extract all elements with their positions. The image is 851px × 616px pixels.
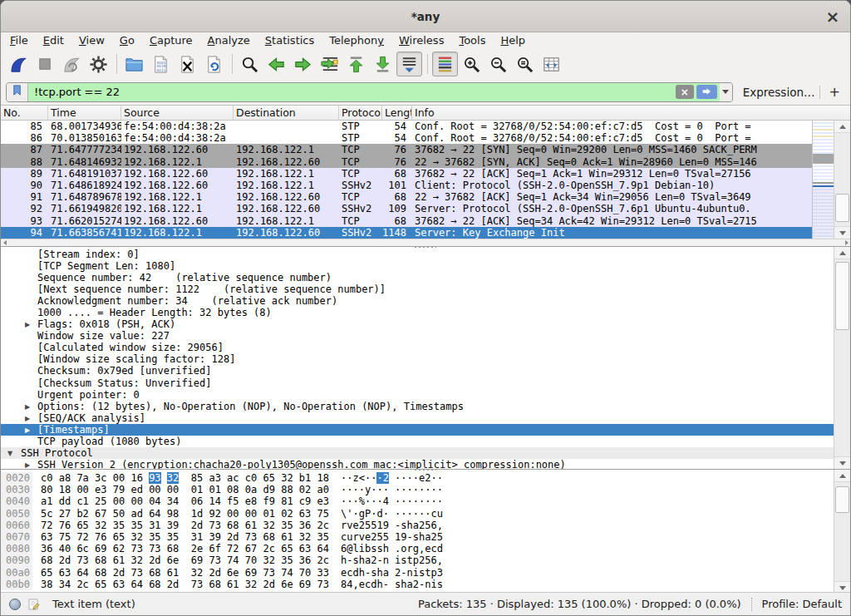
- detail-line[interactable]: [TCP Segment Len: 1080]: [1, 260, 850, 272]
- detail-line[interactable]: Checksum: 0x79ed [unverified]: [1, 365, 850, 377]
- detail-line[interactable]: [Next sequence number: 1122 (relative se…: [1, 283, 850, 295]
- packet-row[interactable]: 9471.663856741192.168.122.1192.168.122.6…: [1, 227, 812, 239]
- detail-line[interactable]: [Calculated window size: 29056]: [1, 342, 850, 353]
- packet-row[interactable]: 8670.013850163fe:54:00:d4:38:2aSTP54Conf…: [1, 132, 812, 144]
- column-header-source[interactable]: Source: [121, 106, 234, 120]
- detail-line[interactable]: ▶Flags: 0x018 (PSH, ACK): [1, 318, 850, 330]
- detail-line[interactable]: [Stream index: 0]: [1, 249, 850, 260]
- auto-scroll-button[interactable]: [396, 52, 422, 76]
- capture-comment-icon[interactable]: [27, 598, 41, 611]
- column-header-destination[interactable]: Destination: [234, 106, 339, 120]
- details-vscrollbar[interactable]: [834, 247, 850, 469]
- column-header-protocol[interactable]: Protocol: [339, 106, 382, 120]
- column-header-info[interactable]: Info: [412, 106, 850, 120]
- detail-line[interactable]: Sequence number: 42 (relative sequence n…: [1, 272, 850, 283]
- column-header-length[interactable]: Length: [382, 106, 412, 120]
- add-filter-button[interactable]: +: [825, 84, 844, 100]
- resize-columns-button[interactable]: [539, 52, 564, 76]
- scroll-up-icon[interactable]: [834, 121, 850, 133]
- scrollbar-thumb[interactable]: [835, 262, 849, 330]
- hex-line[interactable]: 00a065 63 64 68 2d 73 68 61 32 2d 6e 69 …: [1, 567, 850, 579]
- collapsed-icon[interactable]: ▶: [23, 402, 37, 413]
- capture-restart-button[interactable]: [59, 52, 85, 76]
- detail-line[interactable]: TCP payload (1080 bytes): [1, 436, 850, 447]
- menu-view[interactable]: View: [71, 32, 112, 49]
- hex-line[interactable]: 0040a1 dd c1 25 00 00 04 34 06 14 f5 e8 …: [1, 495, 850, 507]
- detail-line[interactable]: Window size value: 227: [1, 330, 850, 342]
- packet-list-vscrollbar[interactable]: [834, 121, 850, 239]
- menu-edit[interactable]: Edit: [36, 32, 71, 49]
- detail-line[interactable]: Urgent pointer: 0: [1, 389, 850, 401]
- menu-help[interactable]: Help: [493, 32, 533, 49]
- menu-telephony[interactable]: Telephony: [322, 32, 391, 49]
- capture-stop-button[interactable]: [32, 52, 58, 76]
- find-packet-button[interactable]: [237, 52, 263, 76]
- capture-options-button[interactable]: [86, 52, 111, 76]
- hex-line[interactable]: 00505c 27 b2 67 50 ad 64 98 1d 92 00 00 …: [1, 508, 850, 520]
- packet-row[interactable]: 9371.662015274192.168.122.60192.168.122.…: [1, 215, 812, 227]
- go-last-packet-button[interactable]: [370, 52, 396, 76]
- filter-history-dropdown[interactable]: [720, 83, 732, 101]
- menu-capture[interactable]: Capture: [142, 32, 200, 49]
- expert-info-icon[interactable]: [9, 599, 21, 610]
- column-header-time[interactable]: Time: [48, 106, 121, 120]
- packet-row[interactable]: 8871.648146932192.168.122.1192.168.122.6…: [1, 156, 812, 168]
- packet-row[interactable]: 9071.648618924192.168.122.60192.168.122.…: [1, 180, 812, 191]
- packet-row[interactable]: 9171.648789678192.168.122.1192.168.122.6…: [1, 191, 812, 203]
- filter-clear-button[interactable]: ×: [676, 85, 694, 99]
- colorize-button[interactable]: [432, 52, 458, 76]
- hex-line[interactable]: 009068 2d 73 68 61 32 2d 6e 69 73 74 70 …: [1, 554, 850, 566]
- hex-line[interactable]: 008036 40 6c 69 62 73 73 68 2e 6f 72 67 …: [1, 543, 850, 554]
- zoom-original-button[interactable]: [512, 52, 538, 76]
- hex-line[interactable]: 00b038 34 2c 65 63 64 68 2d 73 68 61 32 …: [1, 579, 850, 590]
- capture-start-button[interactable]: [6, 52, 32, 76]
- menu-statistics[interactable]: Statistics: [258, 32, 322, 49]
- collapsed-icon[interactable]: ▶: [23, 319, 37, 331]
- menu-file[interactable]: File: [2, 32, 36, 49]
- go-to-packet-button[interactable]: [317, 52, 342, 76]
- go-back-button[interactable]: [263, 52, 289, 76]
- title-bar[interactable]: *any ×: [1, 1, 850, 32]
- column-header-no[interactable]: No.: [1, 106, 48, 120]
- close-file-button[interactable]: [175, 52, 200, 76]
- hex-line[interactable]: 006072 76 65 32 35 35 31 39 2d 73 68 61 …: [1, 520, 850, 531]
- packet-row[interactable]: 8568.001734936fe:54:00:d4:38:2aSTP54Conf…: [1, 121, 812, 132]
- zoom-out-button[interactable]: [485, 52, 511, 76]
- scrollbar-thumb[interactable]: [835, 486, 849, 513]
- scrollbar-thumb[interactable]: [835, 194, 849, 222]
- detail-line[interactable]: [Checksum Status: Unverified]: [1, 377, 850, 389]
- scroll-down-icon[interactable]: [834, 226, 850, 239]
- hex-line[interactable]: 007063 75 72 76 65 32 35 35 31 39 2d 73 …: [1, 531, 850, 543]
- expression-button[interactable]: Expression…: [743, 86, 815, 99]
- pane-splitter-handle[interactable]: [415, 246, 436, 248]
- intelligent-scrollbar[interactable]: [812, 121, 834, 239]
- scroll-left-icon[interactable]: [1, 239, 8, 246]
- menu-tools[interactable]: Tools: [451, 32, 493, 49]
- reload-file-button[interactable]: [201, 52, 227, 76]
- detail-line[interactable]: 1000 .... = Header Length: 32 bytes (8): [1, 307, 850, 318]
- hex-line[interactable]: 003080 18 00 e3 79 ed 00 00 01 01 08 0a …: [1, 484, 850, 495]
- packet-row[interactable]: 9271.661949820192.168.122.1192.168.122.6…: [1, 203, 812, 214]
- menu-wireless[interactable]: Wireless: [391, 32, 451, 49]
- scroll-right-icon[interactable]: [843, 239, 850, 246]
- menu-analyze[interactable]: Analyze: [200, 32, 258, 49]
- collapsed-icon[interactable]: ▶: [23, 413, 37, 425]
- packet-row[interactable]: 8971.648191037192.168.122.60192.168.122.…: [1, 168, 812, 180]
- pane-splitter-handle[interactable]: [415, 469, 436, 471]
- display-filter-input[interactable]: !tcp.port == 22: [28, 83, 676, 101]
- expanded-icon[interactable]: ▼: [6, 448, 21, 460]
- detail-line[interactable]: ▼SSH Protocol: [1, 447, 850, 459]
- open-file-button[interactable]: [121, 52, 147, 76]
- detail-line[interactable]: ▶Options: (12 bytes), No-Operation (NOP)…: [1, 401, 850, 412]
- go-first-packet-button[interactable]: [343, 52, 369, 76]
- close-icon[interactable]: ×: [824, 7, 842, 26]
- hex-line[interactable]: 0020c0 a8 7a 3c 00 16 93 32 85 a3 ac c0 …: [1, 472, 850, 484]
- zoom-in-button[interactable]: [459, 52, 485, 76]
- collapsed-icon[interactable]: ▶: [23, 425, 37, 436]
- go-forward-button[interactable]: [290, 52, 316, 76]
- menu-go[interactable]: Go: [112, 32, 142, 49]
- scroll-up-icon[interactable]: [834, 247, 850, 259]
- detail-line[interactable]: Acknowledgment number: 34 (relative ack …: [1, 295, 850, 307]
- collapsed-icon[interactable]: ▶: [23, 460, 37, 469]
- scroll-up-icon[interactable]: [834, 470, 850, 482]
